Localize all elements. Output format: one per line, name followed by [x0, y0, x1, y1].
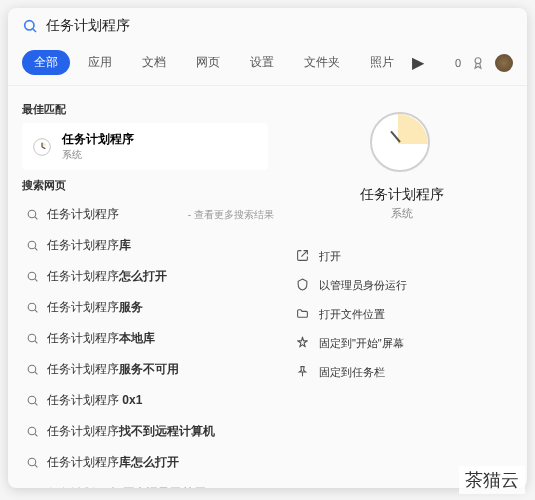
- svg-line-13: [35, 310, 37, 312]
- tab-web[interactable]: 网页: [184, 50, 232, 75]
- filter-tabs: 全部 应用 文档 网页 设置 文件夹 照片 ▶ 0: [8, 44, 527, 86]
- svg-point-12: [28, 303, 36, 311]
- web-result-item[interactable]: 任务计划程序 0x1: [22, 385, 278, 416]
- web-result-item[interactable]: 任务计划程序库: [22, 230, 278, 261]
- preview-sub: 系统: [391, 206, 413, 221]
- web-result-text: 任务计划程序怎么打开: [47, 268, 274, 285]
- action-admin[interactable]: 以管理员身份运行: [294, 272, 511, 299]
- action-pin-task[interactable]: 固定到任务栏: [294, 359, 511, 386]
- web-result-item[interactable]: 任务计划程序 历史记录已禁用: [22, 478, 278, 488]
- results-pane: 最佳匹配 任务计划程序 系统 搜索网页 任务计划程序- 查看更多搜索结果任务计划…: [8, 86, 278, 488]
- action-pin-start[interactable]: 固定到"开始"屏幕: [294, 330, 511, 357]
- action-open[interactable]: 打开: [294, 243, 511, 270]
- action-label: 以管理员身份运行: [319, 278, 407, 293]
- preview-title: 任务计划程序: [360, 186, 444, 204]
- more-tabs-arrow[interactable]: ▶: [412, 53, 424, 72]
- best-match-item[interactable]: 任务计划程序 系统: [22, 123, 268, 170]
- best-match-sub: 系统: [62, 148, 134, 162]
- action-label: 打开文件位置: [319, 307, 385, 322]
- svg-line-19: [35, 403, 37, 405]
- svg-point-18: [28, 396, 36, 404]
- rewards-icon[interactable]: [471, 56, 485, 70]
- section-best-match: 最佳匹配: [22, 102, 278, 117]
- svg-point-22: [28, 458, 36, 466]
- tabs-right: 0: [455, 54, 513, 72]
- search-icon: [26, 332, 39, 345]
- web-result-item[interactable]: 任务计划程序服务不可用: [22, 354, 278, 385]
- web-result-item[interactable]: 任务计划程序本地库: [22, 323, 278, 354]
- tab-folders[interactable]: 文件夹: [292, 50, 352, 75]
- svg-point-2: [475, 57, 481, 63]
- watermark: 茶猫云: [459, 466, 525, 494]
- web-result-text: 任务计划程序: [47, 206, 176, 223]
- svg-point-20: [28, 427, 36, 435]
- web-result-text: 任务计划程序服务: [47, 299, 274, 316]
- preview-icon: [370, 112, 434, 176]
- svg-line-23: [35, 465, 37, 467]
- svg-point-16: [28, 365, 36, 373]
- web-result-item[interactable]: 任务计划程序找不到远程计算机: [22, 416, 278, 447]
- badge-count: 0: [455, 57, 461, 69]
- search-window: 全部 应用 文档 网页 设置 文件夹 照片 ▶ 0 最佳匹配 任务计划程序 系统: [8, 8, 527, 488]
- search-bar: [8, 8, 527, 44]
- svg-line-17: [35, 372, 37, 374]
- pin-start-icon: [296, 336, 309, 351]
- search-icon: [22, 18, 38, 34]
- svg-point-6: [28, 210, 36, 218]
- web-result-item[interactable]: 任务计划程序怎么打开: [22, 261, 278, 292]
- action-folder[interactable]: 打开文件位置: [294, 301, 511, 328]
- action-label: 固定到任务栏: [319, 365, 385, 380]
- svg-point-0: [25, 21, 34, 30]
- web-result-text: 任务计划程序库怎么打开: [47, 454, 274, 471]
- tab-all[interactable]: 全部: [22, 50, 70, 75]
- section-search-web: 搜索网页: [22, 178, 278, 193]
- tab-docs[interactable]: 文档: [130, 50, 178, 75]
- search-icon: [26, 394, 39, 407]
- search-input[interactable]: [46, 18, 513, 34]
- clock-icon: [370, 112, 430, 172]
- search-icon: [26, 208, 39, 221]
- web-result-text: 任务计划程序库: [47, 237, 274, 254]
- search-icon: [26, 239, 39, 252]
- action-label: 打开: [319, 249, 341, 264]
- task-scheduler-icon: [32, 137, 52, 157]
- svg-line-1: [33, 29, 36, 32]
- search-icon: [26, 425, 39, 438]
- preview-pane: 任务计划程序 系统 打开以管理员身份运行打开文件位置固定到"开始"屏幕固定到任务…: [278, 86, 527, 488]
- web-hint: - 查看更多搜索结果: [188, 208, 274, 222]
- search-icon: [26, 363, 39, 376]
- open-icon: [296, 249, 309, 264]
- actions-list: 打开以管理员身份运行打开文件位置固定到"开始"屏幕固定到任务栏: [294, 243, 511, 386]
- search-icon: [26, 456, 39, 469]
- web-result-text: 任务计划程序 0x1: [47, 392, 274, 409]
- web-result-item[interactable]: 任务计划程序- 查看更多搜索结果: [22, 199, 278, 230]
- web-result-text: 任务计划程序 历史记录已禁用: [47, 485, 274, 488]
- svg-line-11: [35, 279, 37, 281]
- tab-apps[interactable]: 应用: [76, 50, 124, 75]
- svg-point-14: [28, 334, 36, 342]
- tab-settings[interactable]: 设置: [238, 50, 286, 75]
- svg-line-7: [35, 217, 37, 219]
- svg-point-10: [28, 272, 36, 280]
- svg-line-9: [35, 248, 37, 250]
- web-result-item[interactable]: 任务计划程序服务: [22, 292, 278, 323]
- search-icon: [26, 301, 39, 314]
- search-icon: [26, 487, 39, 488]
- best-match-title: 任务计划程序: [62, 131, 134, 148]
- web-results-list: 任务计划程序- 查看更多搜索结果任务计划程序库任务计划程序怎么打开任务计划程序服…: [22, 199, 278, 488]
- web-result-item[interactable]: 任务计划程序库怎么打开: [22, 447, 278, 478]
- admin-icon: [296, 278, 309, 293]
- action-label: 固定到"开始"屏幕: [319, 336, 404, 351]
- web-result-text: 任务计划程序找不到远程计算机: [47, 423, 274, 440]
- web-result-text: 任务计划程序本地库: [47, 330, 274, 347]
- web-result-text: 任务计划程序服务不可用: [47, 361, 274, 378]
- search-icon: [26, 270, 39, 283]
- pin-task-icon: [296, 365, 309, 380]
- folder-icon: [296, 307, 309, 322]
- svg-line-15: [35, 341, 37, 343]
- svg-line-21: [35, 434, 37, 436]
- svg-point-8: [28, 241, 36, 249]
- avatar[interactable]: [495, 54, 513, 72]
- content: 最佳匹配 任务计划程序 系统 搜索网页 任务计划程序- 查看更多搜索结果任务计划…: [8, 86, 527, 488]
- tab-photos[interactable]: 照片: [358, 50, 406, 75]
